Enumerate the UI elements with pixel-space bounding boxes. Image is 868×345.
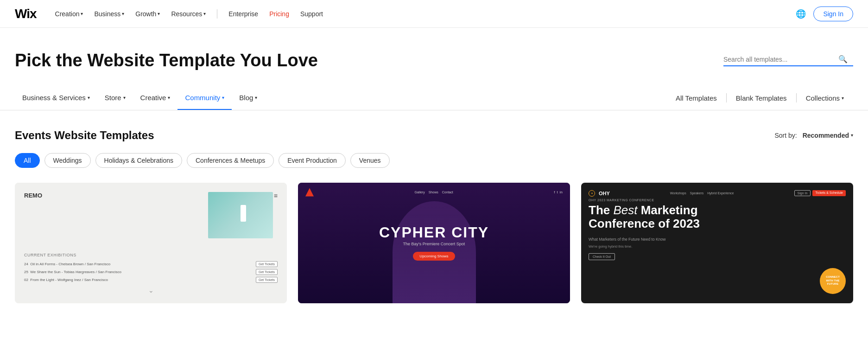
nav-item-resources[interactable]: Resources ▾ [167,8,209,19]
remo-row-1: 24 Oil in All Forms - Chelsea Brown / Sa… [24,261,278,267]
cypher-nav: Gallery Shows Contact [414,191,453,194]
ohy-action-buttons: Sign In Tickets & Schedule [794,190,846,196]
ohy-main-title: The Best MarketingConference of 2023 [589,204,846,231]
ohy-description: What Marketers of the Future Need to Kno… [589,236,846,243]
hero-section: Pick the Website Template You Love 🔍 [0,28,868,86]
search-input[interactable] [723,56,835,63]
filter-tag-all[interactable]: All [15,153,40,168]
cat-item-creative[interactable]: Creative ▾ [133,86,178,110]
chevron-down-icon: ▾ [255,95,257,100]
cypher-content: CYPHER CITY The Bay's Premiere Concert S… [379,225,489,261]
chevron-down-icon: ▾ [851,133,853,138]
ohy-check-btn: Check It Out [589,253,615,260]
section-header: Events Website Templates Sort by: Recomm… [15,129,853,142]
cypher-subtitle: The Bay's Premiere Concert Spot [379,242,489,246]
remo-menu-icon: ≡ [274,192,278,199]
nav-item-growth[interactable]: Growth ▾ [132,8,164,19]
cypher-social: f t in [554,190,563,194]
filter-tag-venues[interactable]: Venues [350,153,390,168]
nav-separator [217,9,217,19]
chevron-down-icon: ▾ [158,11,160,16]
template-preview-cypher: Gallery Shows Contact f t in CYPHER CITY… [298,183,570,303]
remo-ticket-btn-1: Get Tickets [256,261,278,267]
remo-ticket-btn-2: Get Tickets [256,269,278,275]
template-card-cypher[interactable]: Gallery Shows Contact f t in CYPHER CITY… [298,183,570,303]
template-card-ohy[interactable]: ✦ OHY Workshops Speakers Hybrid Experien… [581,183,853,303]
ohy-conference-tag: OHY 2023 MARKETING CONFERENCE [589,198,846,202]
remo-more-icon: ⌄ [24,287,278,294]
main-content: Events Website Templates Sort by: Recomm… [0,110,868,322]
cat-right: All Templates Blank Templates Collection… [666,87,853,109]
ohy-signin-btn: Sign In [794,190,811,196]
ohy-header: ✦ OHY Workshops Speakers Hybrid Experien… [589,190,846,197]
ohy-badge-text: CONNECTWITH THEFUTURE [826,275,840,286]
cypher-title: CYPHER CITY [379,225,489,240]
globe-icon[interactable]: 🌐 [796,9,806,19]
page-title: Pick the Website Template You Love [15,50,318,71]
filter-tags: All Weddings Holidays & Celebrations Con… [15,153,853,168]
remo-row-3: 02 From the Light - Wolfgang Inez / San … [24,277,278,283]
template-preview-ohy: ✦ OHY Workshops Speakers Hybrid Experien… [581,183,853,303]
remo-row-2: 25 We Share the Sun - Tobias Hargreaves … [24,269,278,275]
cat-item-blog[interactable]: Blog ▾ [232,86,265,110]
chevron-down-icon: ▾ [123,95,126,100]
filter-tag-event-production[interactable]: Event Production [279,153,346,168]
cypher-logo-icon [305,188,314,197]
sign-in-button[interactable]: Sign In [813,6,853,21]
sort-control[interactable]: Sort by: Recommended ▾ [775,132,854,139]
search-icon[interactable]: 🔍 [838,55,848,64]
template-card-remo[interactable]: REMO ≡ Current Exhibitions 24 Oil in All… [15,183,287,303]
cypher-btn: Upcoming Shows [413,252,455,261]
chevron-down-icon: ▾ [203,11,206,16]
nav-item-enterprise[interactable]: Enterprise [225,8,262,19]
ohy-badge: CONNECTWITH THEFUTURE [820,268,846,294]
remo-ticket-btn-3: Get Tickets [256,277,278,283]
chevron-down-icon: ▾ [222,95,224,100]
remo-subtitle: Current Exhibitions [24,253,278,257]
ohy-sub: We're going hybrid this time. [589,244,846,249]
filter-tag-weddings[interactable]: Weddings [44,153,91,168]
top-navigation: Wix Creation ▾ Business ▾ Growth ▾ Resou… [0,0,868,28]
section-title: Events Website Templates [15,129,154,142]
nav-item-pricing[interactable]: Pricing [266,8,293,19]
all-templates-link[interactable]: All Templates [666,87,726,109]
nav-right: 🌐 Sign In [796,6,853,21]
cypher-header: Gallery Shows Contact f t in [298,188,570,197]
template-preview-remo: REMO ≡ Current Exhibitions 24 Oil in All… [15,183,287,303]
blank-templates-link[interactable]: Blank Templates [727,87,796,109]
chevron-down-icon: ▾ [122,11,124,16]
remo-figure [241,205,246,222]
nav-item-creation[interactable]: Creation ▾ [51,8,87,19]
search-area: 🔍 [723,55,853,66]
cat-item-business-services[interactable]: Business & Services ▾ [15,86,97,110]
chevron-down-icon: ▾ [842,96,844,101]
collections-dropdown[interactable]: Collections ▾ [797,87,853,109]
cat-item-store[interactable]: Store ▾ [97,86,133,110]
ohy-tickets-btn: Tickets & Schedule [812,190,846,196]
cat-item-community[interactable]: Community ▾ [177,86,232,110]
wix-logo: Wix [15,6,37,21]
chevron-down-icon: ▾ [81,11,83,16]
filter-tag-conferences[interactable]: Conferences & Meetups [187,153,274,168]
filter-tag-holidays[interactable]: Holidays & Celebrations [95,153,182,168]
nav-item-business[interactable]: Business ▾ [90,8,128,19]
category-navigation: Business & Services ▾ Store ▾ Creative ▾… [0,86,868,110]
nav-item-support[interactable]: Support [297,8,327,19]
chevron-down-icon: ▾ [88,95,90,100]
chevron-down-icon: ▾ [168,95,170,100]
remo-logo: REMO [24,192,42,199]
ohy-logo-icon: ✦ [589,190,595,197]
ohy-logo-text: OHY [599,191,610,196]
remo-content: Current Exhibitions 24 Oil in All Forms … [24,253,278,294]
ohy-nav: Workshops Speakers Hybrid Experience [670,192,734,195]
templates-grid: REMO ≡ Current Exhibitions 24 Oil in All… [15,183,853,303]
